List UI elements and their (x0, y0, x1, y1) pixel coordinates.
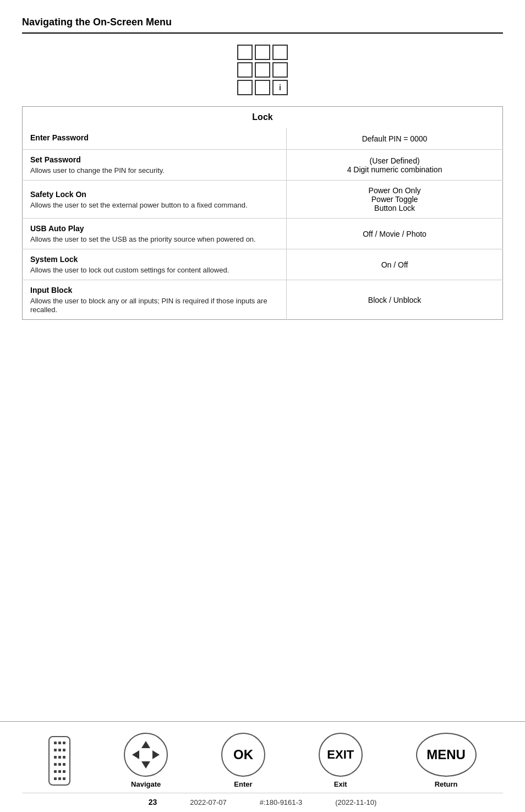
navigate-label: Navigate (131, 780, 161, 788)
svg-marker-3 (152, 750, 160, 759)
page-title: Navigating the On-Screen Menu (22, 17, 172, 28)
footer-row: 23 2022-07-07 #:180-9161-3 (2022-11-10) (22, 793, 503, 806)
enter-label: Enter (234, 780, 252, 788)
table-cell-right-0: Default PIN = 0000 (287, 128, 503, 150)
info-icon: i (279, 83, 281, 92)
remote-icon (48, 736, 70, 786)
row-title-0: Enter Password (30, 133, 278, 142)
svg-marker-1 (141, 761, 150, 769)
table-cell-right-4: On / Off (287, 249, 503, 280)
row-desc-3: Allows the user to set the USB as the pr… (30, 235, 256, 243)
page-title-container: Navigating the On-Screen Menu (22, 17, 503, 34)
row-title-2: Safety Lock On (30, 190, 278, 199)
svg-marker-0 (141, 741, 150, 748)
menu-grid-icon: i (237, 45, 288, 95)
row-desc-1: Allows user to change the PIN for securi… (30, 166, 165, 175)
row-title-1: Set Password (30, 155, 278, 164)
footer-date: 2022-07-07 (190, 798, 227, 806)
table-cell-right-5: Block / Unblock (287, 280, 503, 320)
nav-row: Navigate OK Enter EXIT Exit MENU Return (22, 733, 503, 788)
arrows-icon (124, 733, 168, 777)
table-cell-left-2: Safety Lock OnAllows the user to set the… (23, 181, 287, 219)
table-cell-left-4: System LockAllows the user to lock out c… (23, 249, 287, 280)
nav-item-ok[interactable]: OK Enter (221, 733, 265, 788)
nav-item-menu[interactable]: MENU Return (416, 733, 477, 788)
row-desc-5: Allows the user to block any or all inpu… (30, 297, 267, 314)
table-cell-right-1: (User Defined)4 Digit numeric combinatio… (287, 150, 503, 181)
table-row: System LockAllows the user to lock out c… (23, 249, 503, 280)
row-desc-4: Allows the user to lock out custom setti… (30, 266, 229, 274)
table-cell-left-3: USB Auto PlayAllows the user to set the … (23, 219, 287, 249)
grid-cell-4 (237, 62, 253, 78)
nav-item-navigate: Navigate (124, 733, 168, 788)
grid-cell-8 (255, 80, 270, 95)
exit-label: Exit (334, 780, 347, 788)
grid-cell-7 (237, 80, 253, 95)
row-title-3: USB Auto Play (30, 224, 278, 233)
bottom-bar: Navigate OK Enter EXIT Exit MENU Return … (0, 721, 525, 812)
table-cell-right-3: Off / Movie / Photo (287, 219, 503, 249)
footer-revision: (2022-11-10) (335, 798, 376, 806)
grid-cell-5 (255, 62, 270, 78)
grid-cell-3 (272, 45, 288, 60)
table-row: Set PasswordAllows user to change the PI… (23, 150, 503, 181)
nav-item-remote (48, 736, 70, 786)
row-desc-2: Allows the user to set the external powe… (30, 201, 248, 209)
lock-table: Lock Enter PasswordDefault PIN = 0000Set… (22, 106, 503, 320)
grid-cell-6 (272, 62, 288, 78)
grid-cell-9-info: i (272, 80, 288, 95)
table-row: Enter PasswordDefault PIN = 0000 (23, 128, 503, 150)
footer-page-number: 23 (149, 798, 157, 806)
row-title-5: Input Block (30, 286, 278, 295)
table-cell-left-5: Input BlockAllows the user to block any … (23, 280, 287, 320)
table-cell-right-2: Power On OnlyPower ToggleButton Lock (287, 181, 503, 219)
menu-button[interactable]: MENU (416, 733, 477, 777)
return-label: Return (435, 780, 458, 788)
table-row: Input BlockAllows the user to block any … (23, 280, 503, 320)
svg-marker-2 (132, 750, 139, 759)
table-cell-left-1: Set PasswordAllows user to change the PI… (23, 150, 287, 181)
table-row: USB Auto PlayAllows the user to set the … (23, 219, 503, 249)
grid-cell-2 (255, 45, 270, 60)
table-row: Safety Lock OnAllows the user to set the… (23, 181, 503, 219)
exit-button[interactable]: EXIT (319, 733, 363, 777)
row-title-4: System Lock (30, 255, 278, 264)
ok-button[interactable]: OK (221, 733, 265, 777)
table-header: Lock (23, 107, 503, 128)
footer-model: #:180-9161-3 (260, 798, 302, 806)
icon-grid-area: i (22, 45, 503, 95)
grid-cell-1 (237, 45, 253, 60)
table-cell-left-0: Enter Password (23, 128, 287, 150)
nav-item-exit[interactable]: EXIT Exit (319, 733, 363, 788)
